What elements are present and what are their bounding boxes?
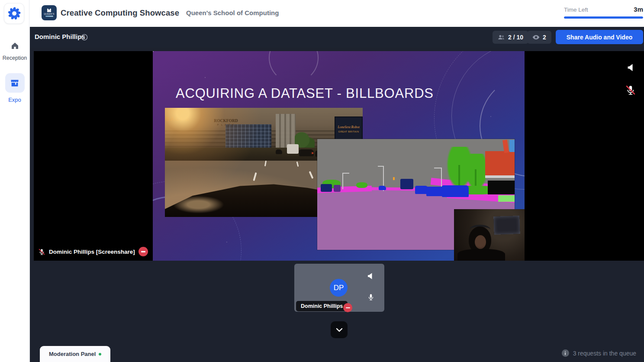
- sidebar-item-label: Reception: [0, 55, 29, 61]
- moderation-panel-tab[interactable]: Moderation Panel: [40, 346, 110, 362]
- photo-sign-rockford: ROCKFORD P L A Z A: [213, 119, 239, 126]
- avatar: DP: [330, 279, 348, 297]
- queue-status: 3 requests in the queue: [562, 349, 636, 357]
- time-left-value: 3m: [634, 6, 643, 13]
- viewers-count: 2: [543, 34, 546, 41]
- sidebar-item-label: Expo: [0, 97, 29, 103]
- photo-car: [299, 149, 314, 156]
- expo-active-pill: [5, 73, 25, 93]
- event-title: Creative Computing Showcase: [61, 8, 179, 18]
- app-window: Reception Expo QUEEN'S Creative Computin…: [0, 0, 644, 362]
- screenshare-tile-controls: [625, 62, 636, 96]
- queens-logo-text: QUEEN'S: [44, 13, 54, 15]
- seg-traffic-light: [393, 177, 395, 180]
- webcam-person-body: [457, 249, 505, 261]
- mic-muted-button[interactable]: [625, 84, 636, 96]
- speaker-tile-mic-button[interactable]: [367, 292, 375, 302]
- seg-light-green-patch: [498, 195, 515, 202]
- seg-dark-van: [400, 179, 413, 189]
- sidebar: Reception Expo: [0, 0, 29, 362]
- storefront-icon: [10, 78, 20, 88]
- photo-car: [276, 149, 282, 154]
- photo-sign-rockford-line2: P L A Z A: [213, 123, 239, 126]
- info-icon: [562, 349, 569, 357]
- speaker-tile: DP Dominic Phillips: [294, 264, 384, 312]
- seg-car: [379, 186, 386, 190]
- seg-lamp-pole: [342, 173, 343, 189]
- chevron-down-icon: [336, 328, 343, 332]
- seg-corner-marker: [509, 140, 515, 152]
- top-header: QUEEN'S Creative Computing Showcase Quee…: [30, 0, 644, 27]
- seg-object: [321, 184, 332, 192]
- session-info-icon[interactable]: [81, 34, 88, 42]
- seg-lamp-arm: [434, 168, 441, 168]
- queue-status-text: 3 requests in the queue: [573, 350, 636, 357]
- time-left-widget: Time Left 3m: [564, 6, 643, 19]
- participants-count: 2 / 10: [508, 34, 523, 41]
- photo-billboard-line2: GREAT BRITAIN: [335, 130, 362, 133]
- seg-object: [334, 185, 341, 192]
- share-audio-video-button[interactable]: Share Audio and Video: [556, 30, 643, 44]
- queens-crest-icon: [47, 9, 51, 12]
- slide-decoration-stars: [153, 51, 154, 52]
- sidebar-item-expo[interactable]: Expo: [0, 73, 29, 103]
- webcam-person-face: [475, 235, 486, 249]
- spiral-logo-icon: [7, 6, 21, 20]
- session-title: Dominic Phillips: [35, 33, 85, 40]
- slide-decoration-circle: [269, 51, 319, 83]
- remove-speaker-button[interactable]: [343, 303, 352, 312]
- seg-lamp-arm: [342, 173, 349, 174]
- online-status-dot: [99, 353, 101, 356]
- time-left-label: Time Left: [564, 6, 588, 13]
- session-bar: Dominic Phillips 2 / 10 2 Share: [30, 27, 644, 48]
- seg-car: [442, 185, 469, 197]
- stage: ACQUIRING A DATASET - BILLBOARDS SACHS R…: [30, 48, 644, 362]
- presentation-slide: ACQUIRING A DATASET - BILLBOARDS SACHS R…: [153, 51, 525, 261]
- viewers-count-badge: 2: [527, 31, 551, 44]
- event-subtitle: Queen's School of Computing: [186, 9, 279, 16]
- mic-muted-icon: [38, 248, 45, 256]
- time-left-track: [564, 16, 643, 19]
- screenshare-label: Dominic Phillips [Screenshare]: [49, 249, 135, 255]
- participants-count-badge: 2 / 10: [493, 31, 528, 44]
- seg-lamp-arm: [378, 166, 384, 167]
- photo-billboard-line1: Loneliest Robot: [335, 125, 362, 129]
- screenshare-label-row: Dominic Phillips [Screenshare]: [38, 247, 148, 256]
- moderation-panel-label: Moderation Panel: [49, 351, 96, 357]
- time-left-progress: [564, 16, 643, 19]
- webcam-poster: [493, 216, 520, 235]
- screenshare-video-tile: ACQUIRING A DATASET - BILLBOARDS SACHS R…: [34, 51, 644, 261]
- presenter-webcam-video: [454, 209, 525, 261]
- seg-bush: [356, 182, 367, 188]
- mic-muted-icon: [625, 84, 636, 96]
- seg-black-billboard: [488, 181, 515, 194]
- photo-sign-rockford-line1: ROCKFORD: [213, 119, 239, 123]
- photo-white-truck: [287, 144, 299, 154]
- collapse-stage-button[interactable]: [331, 321, 348, 338]
- home-icon: [10, 42, 19, 50]
- queens-wave-mark: [45, 16, 53, 17]
- remove-screenshare-button[interactable]: [138, 247, 148, 256]
- speaker-volume-button[interactable]: [626, 62, 635, 73]
- mic-icon: [367, 292, 375, 302]
- people-icon: [498, 34, 505, 40]
- speaker-tile-volume-button[interactable]: [366, 272, 374, 281]
- slide-title: ACQUIRING A DATASET - BILLBOARDS: [176, 86, 434, 101]
- seg-red-billboard: [485, 151, 515, 175]
- eye-icon: [532, 35, 540, 40]
- speaker-name-tag: Dominic Phillips: [296, 301, 348, 311]
- volume-icon: [626, 62, 635, 73]
- queens-school-logo: QUEEN'S: [42, 5, 57, 20]
- sidebar-item-reception[interactable]: Reception: [0, 42, 29, 61]
- airmeet-logo[interactable]: [4, 3, 24, 24]
- photo-sign-sachs: SACHS: [166, 116, 190, 122]
- volume-icon: [366, 272, 374, 281]
